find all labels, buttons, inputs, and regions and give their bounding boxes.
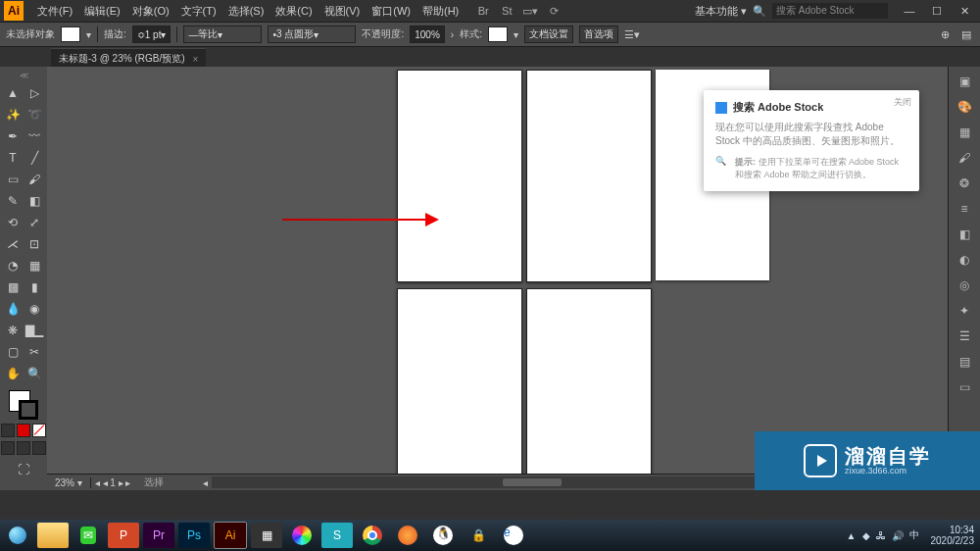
brushes-panel-icon[interactable]: 🖌 (956, 149, 973, 167)
blend-tool[interactable]: ◉ (24, 298, 45, 320)
taskbar-lock-icon[interactable]: 🔒 (463, 523, 494, 548)
none-mode-button[interactable] (32, 424, 46, 437)
brush-tool[interactable]: 🖌 (24, 169, 45, 190)
graph-tool[interactable]: ▇▁ (24, 320, 45, 341)
hand-tool[interactable]: ✋ (2, 363, 24, 384)
gradient-tool[interactable]: ▮ (24, 276, 45, 298)
lasso-tool[interactable]: ➰ (24, 104, 45, 125)
symbols-panel-icon[interactable]: ❂ (956, 175, 973, 192)
slice-tool[interactable]: ✂ (24, 341, 45, 363)
taskbar-chrome-icon[interactable] (357, 523, 388, 548)
artboard-tool[interactable]: ▢ (2, 341, 24, 363)
eyedropper-tool[interactable]: 💧 (2, 298, 24, 320)
screen-mode-button[interactable]: ⛶ (13, 459, 34, 480)
draw-inside-button[interactable] (32, 441, 46, 455)
draw-behind-button[interactable] (17, 441, 30, 455)
start-button[interactable] (0, 520, 35, 551)
tray-input-icon[interactable]: 中 (909, 528, 919, 542)
stroke-weight-input[interactable]: ≎ 1 pt ▾ (132, 25, 172, 43)
scale-tool[interactable]: ⤢ (24, 212, 45, 233)
appearance-panel-icon[interactable]: ◎ (956, 276, 973, 294)
width-tool[interactable]: ⋌ (2, 233, 24, 255)
style-swatch[interactable] (488, 26, 508, 42)
document-tab[interactable]: 未标题-3 @ 23% (RGB/预览) × (51, 48, 206, 69)
align-icon[interactable]: ☰▾ (624, 26, 640, 42)
eraser-tool[interactable]: ◧ (24, 190, 45, 212)
search-input[interactable]: 搜索 Adobe Stock (772, 3, 888, 19)
rectangle-tool[interactable]: ▭ (2, 169, 24, 190)
zoom-level[interactable]: 23% ▾ (47, 477, 91, 488)
menu-view[interactable]: 视图(V) (318, 0, 367, 22)
pen-tool[interactable]: ✒ (2, 125, 24, 147)
shaper-tool[interactable]: ✎ (2, 190, 24, 212)
stock-icon[interactable]: St (498, 2, 515, 20)
artboard-5[interactable] (526, 288, 652, 490)
fill-swatch[interactable] (61, 26, 80, 42)
color-mode-button[interactable] (1, 424, 15, 437)
gradient-mode-button[interactable] (17, 424, 30, 437)
panel-menu-icon[interactable]: ▤ (958, 26, 974, 42)
opacity-input[interactable]: 100% (410, 25, 445, 43)
taskbar-explorer-icon[interactable] (37, 523, 69, 548)
tab-close-icon[interactable]: × (193, 54, 199, 65)
selection-tool[interactable]: ▲ (2, 82, 24, 104)
taskbar-illustrator-icon[interactable]: Ai (214, 522, 247, 549)
mesh-tool[interactable]: ▩ (2, 276, 24, 298)
line-tool[interactable]: ╱ (24, 147, 45, 169)
maximize-button[interactable]: ☐ (925, 5, 949, 18)
menu-help[interactable]: 帮助(H) (416, 0, 465, 22)
layers-panel-icon[interactable]: ☰ (956, 327, 973, 345)
transform-icon[interactable]: ⊕ (937, 26, 953, 42)
profile-dropdown[interactable]: — 等比 ▾ (183, 25, 262, 43)
menu-type[interactable]: 文字(T) (175, 0, 222, 22)
artboard-1[interactable] (397, 70, 522, 282)
taskbar-color-icon[interactable] (286, 523, 318, 548)
shape-builder-tool[interactable]: ◔ (2, 255, 24, 276)
taskbar-skype-icon[interactable]: S (321, 523, 353, 548)
type-tool[interactable]: T (2, 147, 24, 169)
prefs-button[interactable]: 首选项 (579, 25, 618, 43)
zoom-tool[interactable]: 🔍 (24, 363, 45, 384)
minimize-button[interactable]: — (898, 5, 921, 18)
stroke-panel-icon[interactable]: ≡ (956, 200, 973, 218)
doc-setup-button[interactable]: 文档设置 (524, 25, 573, 43)
taskbar-firefox-icon[interactable] (392, 523, 423, 548)
symbol-sprayer-tool[interactable]: ❋ (2, 320, 24, 341)
tool-collapse-icon[interactable]: ≪ (20, 71, 28, 82)
tray-shield-icon[interactable]: ◆ (862, 530, 870, 541)
taskbar-photoshop-icon[interactable]: Ps (178, 523, 210, 548)
gpu-icon[interactable]: ⟳ (545, 2, 563, 20)
bridge-icon[interactable]: Br (474, 2, 492, 20)
swatches-panel-icon[interactable]: ▦ (956, 124, 973, 141)
asset-export-panel-icon[interactable]: ▤ (956, 353, 973, 371)
taskbar-qq-icon[interactable] (427, 523, 459, 548)
perspective-tool[interactable]: ▦ (24, 255, 45, 276)
transparency-panel-icon[interactable]: ◐ (956, 251, 973, 269)
taskbar-video-icon[interactable]: ▦ (251, 523, 282, 548)
menu-window[interactable]: 窗口(W) (366, 0, 416, 22)
draw-normal-button[interactable] (1, 441, 15, 455)
tray-flag-icon[interactable]: ▲ (847, 530, 857, 541)
artboard-4[interactable] (397, 288, 522, 490)
artboards-panel-icon[interactable]: ▭ (956, 378, 973, 396)
rotate-tool[interactable]: ⟲ (2, 212, 24, 233)
brush-dropdown[interactable]: • 3 点圆形 ▾ (268, 25, 356, 43)
popup-close-button[interactable]: 关闭 (894, 96, 911, 109)
menu-edit[interactable]: 编辑(E) (78, 0, 126, 22)
taskbar-powerpoint-icon[interactable]: P (108, 523, 139, 548)
direct-selection-tool[interactable]: ▷ (24, 82, 45, 104)
workspace-switcher[interactable]: 基本功能 ▾ (689, 4, 753, 19)
graphic-styles-panel-icon[interactable]: ✦ (956, 302, 973, 320)
menu-effect[interactable]: 效果(C) (270, 0, 318, 22)
properties-panel-icon[interactable]: ▣ (956, 73, 973, 90)
taskbar-wechat-icon[interactable]: ✉ (73, 523, 104, 548)
tray-network-icon[interactable]: 🖧 (876, 530, 886, 541)
tray-clock[interactable]: 10:342020/2/23 (925, 525, 975, 546)
color-panel-icon[interactable]: 🎨 (956, 98, 973, 116)
search-icon[interactable]: 🔍 (753, 5, 766, 18)
menu-select[interactable]: 选择(S) (222, 0, 270, 22)
artboard-2[interactable] (526, 70, 652, 282)
fill-stroke-swatches[interactable] (9, 390, 38, 420)
taskbar-ie-icon[interactable]: e (498, 523, 529, 548)
menu-object[interactable]: 对象(O) (126, 0, 175, 22)
